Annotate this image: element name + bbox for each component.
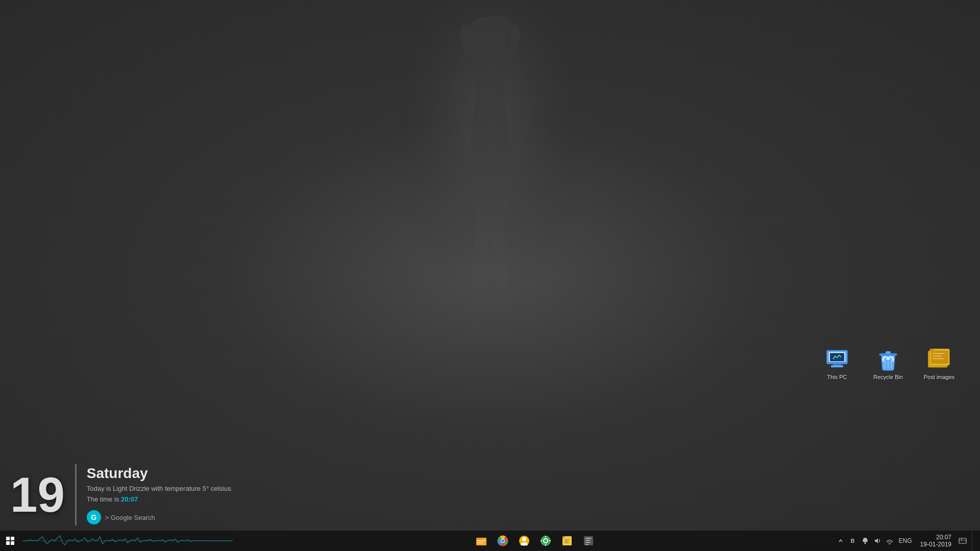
svg-rect-21 xyxy=(6,537,10,540)
date-info: Saturday Today is Light Drizzle with tem… xyxy=(87,465,233,524)
taskbar-apps xyxy=(471,531,599,551)
svg-rect-28 xyxy=(477,542,483,543)
date-number: 19 xyxy=(10,470,65,519)
svg-rect-18 xyxy=(933,353,945,354)
tray-b-icon[interactable]: B xyxy=(848,536,858,546)
svg-rect-20 xyxy=(933,358,944,359)
thispc-icon-label: This PC xyxy=(825,373,848,381)
clock-date: 19-01-2019 xyxy=(920,541,951,548)
svg-rect-38 xyxy=(545,536,546,537)
tray-notification-icon[interactable] xyxy=(860,536,870,546)
time-text: The time is 20:07 xyxy=(87,495,233,503)
postimages-icon-label: Post images xyxy=(922,373,957,381)
svg-rect-49 xyxy=(585,542,591,543)
recyclebin-icon-image xyxy=(876,347,900,371)
time-label: The time is xyxy=(87,495,119,503)
svg-rect-54 xyxy=(959,538,966,543)
clock-time: 20:07 xyxy=(936,534,951,541)
taskbar-app-chrome[interactable] xyxy=(493,531,513,551)
svg-rect-50 xyxy=(585,544,589,545)
svg-rect-39 xyxy=(545,544,546,546)
svg-rect-27 xyxy=(477,540,485,541)
tray-language-label[interactable]: ENG xyxy=(897,537,914,544)
svg-point-34 xyxy=(522,537,526,541)
clock-area[interactable]: 20:07 19-01-2019 xyxy=(916,531,955,551)
svg-point-32 xyxy=(501,539,504,542)
tray-icons-group: B xyxy=(836,536,914,546)
google-search-button[interactable]: G > Google Search xyxy=(87,510,233,524)
tray-actioncenter-icon[interactable] xyxy=(958,536,968,546)
day-name: Saturday xyxy=(87,465,233,482)
taskbar-app-3[interactable] xyxy=(514,531,534,551)
tray-network-icon[interactable] xyxy=(885,536,895,546)
svg-line-12 xyxy=(885,357,885,368)
desktop-widget: 19 Saturday Today is Light Drizzle with … xyxy=(10,464,233,525)
svg-rect-40 xyxy=(541,540,542,541)
svg-rect-7 xyxy=(833,364,841,365)
svg-rect-41 xyxy=(549,540,551,541)
postimages-icon-image xyxy=(927,347,951,371)
svg-rect-48 xyxy=(585,540,590,541)
desktop-icons-area: This PC xyxy=(817,347,960,381)
weather-text: Today is Light Drizzle with temperature … xyxy=(87,485,233,492)
svg-rect-19 xyxy=(933,356,942,357)
svg-point-37 xyxy=(544,539,547,542)
desktop-icon-recyclebin[interactable]: Recycle Bin xyxy=(868,347,909,381)
svg-rect-8 xyxy=(831,365,843,367)
svg-rect-47 xyxy=(585,538,592,539)
taskbar-app-fileexplorer[interactable] xyxy=(471,531,492,551)
svg-rect-11 xyxy=(886,352,891,354)
desktop-icon-thispc[interactable]: This PC xyxy=(817,347,857,381)
taskbar-app-6[interactable] xyxy=(578,531,599,551)
taskbar-app-stickynotes[interactable] xyxy=(557,531,577,551)
desktop: 19 Saturday Today is Light Drizzle with … xyxy=(0,0,980,551)
svg-rect-44 xyxy=(565,541,569,542)
svg-rect-24 xyxy=(11,541,14,545)
svg-rect-45 xyxy=(565,542,569,543)
taskbar: B xyxy=(0,531,980,551)
svg-line-14 xyxy=(891,357,892,368)
taskbar-left xyxy=(0,531,235,551)
wallpaper-figure xyxy=(383,0,597,367)
date-divider xyxy=(75,464,77,525)
taskbar-app-4[interactable] xyxy=(535,531,556,551)
svg-rect-17 xyxy=(931,350,948,364)
svg-point-52 xyxy=(864,543,866,544)
desktop-icon-postimages[interactable]: Post images xyxy=(919,347,960,381)
taskbar-waveform xyxy=(20,531,235,551)
thispc-icon-image xyxy=(825,347,849,371)
svg-rect-43 xyxy=(565,539,570,540)
svg-rect-6 xyxy=(827,362,847,364)
show-desktop-button[interactable] xyxy=(972,531,976,551)
svg-point-53 xyxy=(889,543,890,545)
svg-rect-23 xyxy=(6,541,10,545)
time-value: 20:07 xyxy=(121,495,138,503)
tray-volume-icon[interactable] xyxy=(872,536,883,546)
recyclebin-icon-label: Recycle Bin xyxy=(872,373,904,381)
google-search-label: > Google Search xyxy=(105,514,155,521)
google-icon: G xyxy=(87,510,101,524)
tray-showhidden-icon[interactable] xyxy=(836,536,846,546)
svg-rect-22 xyxy=(11,537,14,540)
system-tray: B xyxy=(836,531,980,551)
start-button[interactable] xyxy=(0,531,20,551)
